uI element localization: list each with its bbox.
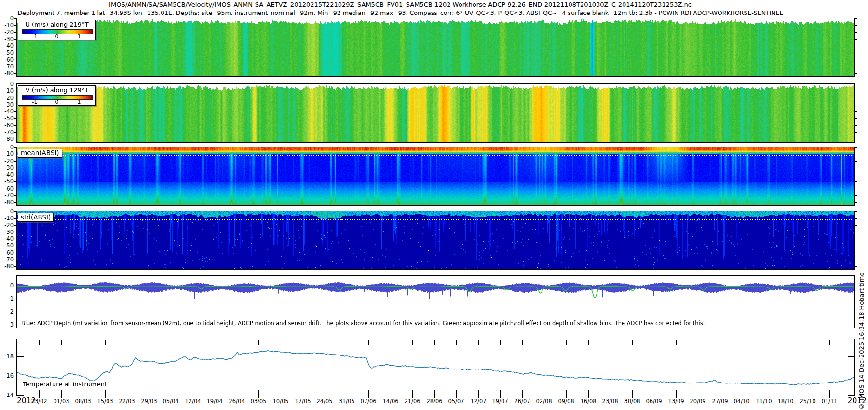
- y-tickmark: [14, 161, 16, 162]
- x-date-label: 07/06: [358, 398, 379, 405]
- y-tickmark: [14, 195, 16, 196]
- x-tickmark-bottom: [149, 390, 149, 396]
- y-tickmark: [14, 181, 16, 182]
- y-tickmark: [14, 266, 16, 267]
- y-tickmark-right: [855, 18, 857, 19]
- x-tickmark-bottom: [522, 390, 523, 396]
- x-tickmark-bottom: [808, 390, 808, 396]
- y-tickmark-right: [855, 211, 857, 212]
- y-tickmark: [14, 147, 16, 148]
- y-tickmark-right: [855, 260, 857, 260]
- x-date-label: 02/08: [533, 398, 555, 405]
- y-tick-label: -70: [0, 129, 14, 136]
- x-tickmark-bottom: [127, 390, 127, 396]
- x-tickmark-outer: [193, 396, 193, 398]
- y-tickmark-right: [855, 53, 857, 53]
- y-tickmark: [17, 299, 24, 299]
- y-tickmark-right: [855, 154, 857, 154]
- x-date-label: 27/09: [709, 398, 731, 405]
- x-date-label: 12/04: [182, 398, 203, 405]
- x-tickmark-bottom: [456, 390, 457, 396]
- y-tickmark-right: [848, 325, 854, 325]
- y-tickmark-right: [855, 239, 857, 239]
- x-tickmark-bottom: [193, 390, 193, 396]
- x-tickmark-bottom: [654, 390, 654, 396]
- y-tick-label: -70: [0, 192, 14, 199]
- x-tickmark-outer: [522, 396, 523, 398]
- x-tickmark-bottom: [720, 390, 720, 396]
- x-tickmark-bottom: [544, 390, 544, 396]
- y-tick-label: -70: [0, 63, 14, 70]
- x-date-label: 05/04: [160, 398, 181, 405]
- x-tickmark-top: [808, 340, 808, 345]
- y-tickmark-right: [855, 139, 857, 139]
- y-tick-label: -60: [0, 56, 14, 63]
- y-tickmark: [14, 232, 16, 232]
- y-tickmark: [14, 18, 16, 19]
- x-date-label: 23/08: [599, 398, 621, 405]
- x-tickmark-outer: [764, 396, 764, 398]
- y-tickmark: [14, 60, 16, 60]
- x-tickmark-top: [149, 340, 149, 345]
- x-tickmark-outer: [281, 396, 281, 398]
- u-colorbar-tick-zero: 0: [52, 33, 62, 40]
- y-tick-label: -80: [0, 199, 14, 205]
- y-tick-label: -40: [0, 235, 14, 242]
- x-tickmark-bottom: [325, 390, 325, 396]
- x-date-label: 19/04: [204, 398, 225, 405]
- y-tickmark: [14, 91, 16, 91]
- y-tickmark: [14, 154, 16, 154]
- x-date-label: 18/10: [775, 398, 796, 405]
- x-date-label: 14/06: [380, 398, 401, 405]
- y-tickmark-right: [855, 91, 857, 91]
- x-tickmark-top: [764, 340, 764, 345]
- x-tickmark-outer: [215, 396, 215, 398]
- y-tickmark: [14, 246, 16, 246]
- x-tickmark-outer: [566, 396, 567, 398]
- x-tickmark-top: [215, 340, 215, 345]
- x-tickmark-bottom: [39, 390, 40, 396]
- x-tickmark-top: [61, 340, 62, 345]
- x-tickmark-top: [698, 340, 698, 345]
- std-absi-heatmap-canvas: [17, 211, 854, 269]
- x-tickmark-top: [566, 340, 567, 345]
- y-tickmark-right: [848, 395, 854, 396]
- x-date-label: 01/03: [51, 398, 72, 405]
- x-tickmark-outer: [105, 396, 106, 398]
- x-tickmark-outer: [544, 396, 544, 398]
- x-tickmark-outer: [654, 396, 654, 398]
- copyright-timestamp-vertical: © IMOS 14-Dec-2025 16:34:18 Hobart time: [858, 223, 865, 410]
- x-tickmark-outer: [632, 396, 633, 398]
- figure-subtitle-deployment: Deployment 7, member 1 lat=34.93S lon=13…: [0, 9, 800, 16]
- x-date-label: 15/03: [95, 398, 116, 405]
- x-date-label: 08/03: [72, 398, 94, 405]
- y-tickmark-right: [855, 189, 857, 189]
- x-tickmark-bottom: [391, 390, 391, 396]
- x-date-label: 05/07: [446, 398, 467, 405]
- panel-temperature: [16, 339, 855, 396]
- x-tickmark-outer: [829, 396, 830, 398]
- y-tickmark-right: [855, 25, 857, 26]
- x-date-label: 20/09: [687, 398, 708, 405]
- y-tickmark: [17, 312, 24, 312]
- x-tickmark-top: [193, 340, 193, 345]
- x-date-label: 12/07: [468, 398, 489, 405]
- y-tick-label: -30: [0, 36, 14, 42]
- y-tickmark: [14, 168, 16, 168]
- y-tick-label: -80: [0, 70, 14, 77]
- x-tickmark-outer: [149, 396, 149, 398]
- x-tickmark-bottom: [764, 390, 764, 396]
- mean-absi-heatmap-canvas: [17, 147, 854, 205]
- v-colorbar-tick-zero: 0: [52, 99, 62, 105]
- x-tickmark-outer: [237, 396, 237, 398]
- x-tickmark-bottom: [171, 390, 171, 396]
- x-tickmark-top: [434, 340, 435, 345]
- y-tick-label: -70: [0, 256, 14, 263]
- x-date-label: 03/05: [248, 398, 269, 405]
- x-tickmark-top: [500, 340, 501, 345]
- x-tickmark-top: [83, 340, 83, 345]
- v-velocity-colorbar-legend: V (m/s) along 129°T -1 0 1: [18, 85, 96, 106]
- x-tickmark-top: [456, 340, 457, 345]
- y-tickmark-right: [855, 202, 857, 203]
- y-tick-label: -20: [0, 158, 14, 164]
